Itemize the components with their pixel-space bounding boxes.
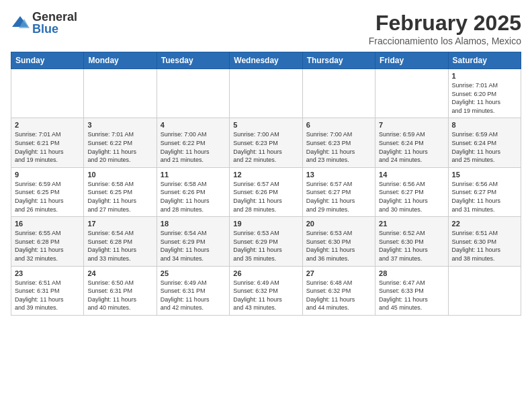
day-info: Sunrise: 6:56 AM Sunset: 6:27 PM Dayligh… (379, 180, 444, 214)
calendar-week-1: 1Sunrise: 7:01 AM Sunset: 6:20 PM Daylig… (11, 69, 521, 118)
calendar-cell (230, 69, 302, 118)
calendar-week-2: 2Sunrise: 7:01 AM Sunset: 6:21 PM Daylig… (11, 118, 521, 167)
day-number: 4 (161, 121, 226, 129)
calendar-cell: 16Sunrise: 6:55 AM Sunset: 6:28 PM Dayli… (11, 217, 84, 266)
day-number: 16 (15, 220, 80, 228)
day-number: 18 (161, 220, 226, 228)
day-number: 9 (15, 171, 80, 179)
day-number: 13 (306, 171, 371, 179)
day-number: 26 (233, 269, 298, 277)
day-info: Sunrise: 6:59 AM Sunset: 6:25 PM Dayligh… (15, 180, 80, 214)
calendar-cell (375, 69, 448, 118)
day-number: 7 (379, 121, 444, 129)
calendar-cell (157, 69, 229, 118)
logo-icon (11, 13, 30, 32)
weekday-header-friday: Friday (375, 52, 448, 69)
day-info: Sunrise: 6:47 AM Sunset: 6:33 PM Dayligh… (379, 279, 444, 312)
day-number: 12 (233, 171, 298, 179)
day-info: Sunrise: 6:57 AM Sunset: 6:26 PM Dayligh… (233, 180, 298, 214)
day-number: 10 (87, 171, 152, 179)
day-info: Sunrise: 7:01 AM Sunset: 6:21 PM Dayligh… (15, 130, 80, 164)
day-number: 2 (15, 121, 80, 129)
day-info: Sunrise: 6:53 AM Sunset: 6:29 PM Dayligh… (233, 229, 298, 263)
day-info: Sunrise: 6:52 AM Sunset: 6:30 PM Dayligh… (379, 229, 444, 263)
weekday-header-wednesday: Wednesday (230, 52, 302, 69)
day-info: Sunrise: 6:51 AM Sunset: 6:30 PM Dayligh… (452, 229, 517, 263)
calendar-cell: 20Sunrise: 6:53 AM Sunset: 6:30 PM Dayli… (302, 217, 375, 266)
calendar-cell (302, 69, 375, 118)
day-number: 27 (306, 269, 371, 277)
weekday-header-monday: Monday (84, 52, 157, 69)
calendar-cell: 15Sunrise: 6:56 AM Sunset: 6:27 PM Dayli… (448, 167, 521, 216)
weekday-header-tuesday: Tuesday (157, 52, 229, 69)
calendar-cell: 10Sunrise: 6:58 AM Sunset: 6:25 PM Dayli… (84, 167, 157, 216)
calendar-cell: 7Sunrise: 6:59 AM Sunset: 6:24 PM Daylig… (375, 118, 448, 167)
calendar-cell: 8Sunrise: 6:59 AM Sunset: 6:24 PM Daylig… (448, 118, 521, 167)
calendar-cell: 11Sunrise: 6:58 AM Sunset: 6:26 PM Dayli… (157, 167, 229, 216)
day-info: Sunrise: 6:56 AM Sunset: 6:27 PM Dayligh… (452, 180, 517, 214)
day-number: 23 (15, 269, 80, 277)
day-info: Sunrise: 7:00 AM Sunset: 6:22 PM Dayligh… (161, 130, 226, 164)
logo: General Blue (11, 11, 77, 35)
calendar-cell: 28Sunrise: 6:47 AM Sunset: 6:33 PM Dayli… (375, 266, 448, 315)
day-number: 21 (379, 220, 444, 228)
day-number: 15 (452, 171, 517, 179)
day-number: 28 (379, 269, 444, 277)
calendar-cell: 22Sunrise: 6:51 AM Sunset: 6:30 PM Dayli… (448, 217, 521, 266)
day-number: 19 (233, 220, 298, 228)
day-info: Sunrise: 6:50 AM Sunset: 6:31 PM Dayligh… (87, 279, 152, 312)
day-info: Sunrise: 6:58 AM Sunset: 6:26 PM Dayligh… (161, 180, 226, 214)
day-number: 1 (452, 72, 517, 80)
day-info: Sunrise: 6:58 AM Sunset: 6:25 PM Dayligh… (87, 180, 152, 214)
day-info: Sunrise: 6:59 AM Sunset: 6:24 PM Dayligh… (452, 130, 517, 164)
calendar-cell: 4Sunrise: 7:00 AM Sunset: 6:22 PM Daylig… (157, 118, 229, 167)
month-year: February 2025 (369, 11, 521, 36)
calendar-cell: 9Sunrise: 6:59 AM Sunset: 6:25 PM Daylig… (11, 167, 84, 216)
location: Fraccionamiento los Alamos, Mexico (369, 36, 521, 46)
calendar-cell: 5Sunrise: 7:00 AM Sunset: 6:23 PM Daylig… (230, 118, 302, 167)
day-number: 22 (452, 220, 517, 228)
logo-general-text: General (32, 11, 77, 23)
day-info: Sunrise: 6:53 AM Sunset: 6:30 PM Dayligh… (306, 229, 371, 263)
day-number: 14 (379, 171, 444, 179)
weekday-header-sunday: Sunday (11, 52, 84, 69)
calendar-cell: 1Sunrise: 7:01 AM Sunset: 6:20 PM Daylig… (448, 69, 521, 118)
weekday-header-row: SundayMondayTuesdayWednesdayThursdayFrid… (11, 52, 521, 69)
day-info: Sunrise: 7:01 AM Sunset: 6:22 PM Dayligh… (87, 130, 152, 164)
calendar-table: SundayMondayTuesdayWednesdayThursdayFrid… (11, 52, 521, 316)
calendar-cell: 6Sunrise: 7:00 AM Sunset: 6:23 PM Daylig… (302, 118, 375, 167)
day-number: 6 (306, 121, 371, 129)
day-info: Sunrise: 6:49 AM Sunset: 6:31 PM Dayligh… (161, 279, 226, 312)
day-info: Sunrise: 6:59 AM Sunset: 6:24 PM Dayligh… (379, 130, 444, 164)
calendar-cell: 26Sunrise: 6:49 AM Sunset: 6:32 PM Dayli… (230, 266, 302, 315)
day-info: Sunrise: 7:01 AM Sunset: 6:20 PM Dayligh… (452, 81, 517, 115)
calendar-cell: 17Sunrise: 6:54 AM Sunset: 6:28 PM Dayli… (84, 217, 157, 266)
day-number: 24 (87, 269, 152, 277)
calendar-cell: 13Sunrise: 6:57 AM Sunset: 6:27 PM Dayli… (302, 167, 375, 216)
day-info: Sunrise: 7:00 AM Sunset: 6:23 PM Dayligh… (306, 130, 371, 164)
calendar-cell (84, 69, 157, 118)
day-info: Sunrise: 6:51 AM Sunset: 6:31 PM Dayligh… (15, 279, 80, 312)
calendar-week-5: 23Sunrise: 6:51 AM Sunset: 6:31 PM Dayli… (11, 266, 521, 315)
calendar-cell: 25Sunrise: 6:49 AM Sunset: 6:31 PM Dayli… (157, 266, 229, 315)
calendar-week-4: 16Sunrise: 6:55 AM Sunset: 6:28 PM Dayli… (11, 217, 521, 266)
calendar-cell (11, 69, 84, 118)
weekday-header-saturday: Saturday (448, 52, 521, 69)
day-number: 3 (87, 121, 152, 129)
calendar-cell (448, 266, 521, 315)
day-info: Sunrise: 6:55 AM Sunset: 6:28 PM Dayligh… (15, 229, 80, 263)
calendar-cell: 12Sunrise: 6:57 AM Sunset: 6:26 PM Dayli… (230, 167, 302, 216)
day-number: 8 (452, 121, 517, 129)
title-block: February 2025 Fraccionamiento los Alamos… (369, 11, 521, 46)
calendar-cell: 2Sunrise: 7:01 AM Sunset: 6:21 PM Daylig… (11, 118, 84, 167)
day-info: Sunrise: 6:57 AM Sunset: 6:27 PM Dayligh… (306, 180, 371, 214)
logo-blue-text: Blue (32, 23, 77, 35)
day-info: Sunrise: 6:54 AM Sunset: 6:29 PM Dayligh… (161, 229, 226, 263)
calendar-cell: 23Sunrise: 6:51 AM Sunset: 6:31 PM Dayli… (11, 266, 84, 315)
page-header: General Blue February 2025 Fraccionamien… (11, 11, 521, 46)
day-number: 17 (87, 220, 152, 228)
day-number: 20 (306, 220, 371, 228)
day-number: 25 (161, 269, 226, 277)
calendar-cell: 14Sunrise: 6:56 AM Sunset: 6:27 PM Dayli… (375, 167, 448, 216)
day-info: Sunrise: 6:54 AM Sunset: 6:28 PM Dayligh… (87, 229, 152, 263)
